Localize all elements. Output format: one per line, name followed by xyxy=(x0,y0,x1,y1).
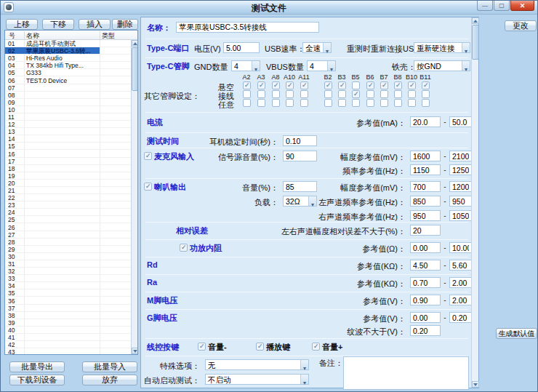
list-row[interactable]: 35 xyxy=(5,289,131,297)
m-pin-max-input[interactable] xyxy=(449,295,472,305)
list-row[interactable]: 26 xyxy=(5,224,131,231)
list-row[interactable]: 23 xyxy=(5,201,131,209)
scrollbar-thumb[interactable] xyxy=(132,47,138,91)
speaker-volume-input[interactable] xyxy=(283,181,317,192)
list-row[interactable]: 24 xyxy=(5,209,131,216)
pin-checkbox-A8-任意[interactable] xyxy=(272,99,280,107)
list-row[interactable]: 42 xyxy=(5,341,131,348)
batch-export-button[interactable]: 批量导出 xyxy=(9,361,65,372)
pin-checkbox-A2-任意[interactable] xyxy=(243,99,251,107)
usb-speed-select[interactable]: 全速 xyxy=(302,42,332,53)
ripple-input[interactable] xyxy=(410,325,441,336)
pin-checkbox-A11-接线[interactable] xyxy=(300,90,308,98)
list-row[interactable]: 05G333 xyxy=(5,69,131,76)
list-row[interactable]: 18 xyxy=(5,165,131,172)
scroll-up-icon[interactable] xyxy=(132,40,138,47)
pin-checkbox-B7-接线[interactable] xyxy=(380,90,388,98)
pin-checkbox-B3-任意[interactable] xyxy=(338,99,346,107)
list-row[interactable]: 32 xyxy=(5,268,131,275)
pin-checkbox-B11-任意[interactable] xyxy=(422,99,430,107)
ra-min-input[interactable] xyxy=(410,277,441,288)
list-row[interactable]: 31 xyxy=(5,260,131,268)
move-down-button[interactable]: 下移 xyxy=(42,19,74,30)
g-pin-max-input[interactable] xyxy=(449,312,472,323)
pin-checkbox-A11-悬空[interactable] xyxy=(300,81,308,89)
pin-checkbox-A3-悬空[interactable] xyxy=(257,81,265,89)
ra-max-input[interactable] xyxy=(449,277,472,288)
pin-checkbox-B2-任意[interactable] xyxy=(324,99,332,107)
speaker-amp-max-input[interactable] xyxy=(449,181,472,192)
rd-max-input[interactable] xyxy=(449,260,472,271)
list-row[interactable]: 09 xyxy=(5,99,131,106)
pin-checkbox-A2-悬空[interactable] xyxy=(243,81,251,89)
rd-min-input[interactable] xyxy=(410,260,441,271)
pin-checkbox-A10-悬空[interactable] xyxy=(286,81,294,89)
list-row[interactable]: 12 xyxy=(5,121,131,128)
move-up-button[interactable]: 上移 xyxy=(6,19,38,30)
left-freq-max-input[interactable] xyxy=(449,196,472,207)
speaker-amp-min-input[interactable] xyxy=(410,181,441,192)
current-min-input[interactable] xyxy=(410,116,441,127)
pin-checkbox-A10-接线[interactable] xyxy=(286,90,294,98)
stable-time-input[interactable] xyxy=(283,135,317,146)
pin-checkbox-B2-悬空[interactable] xyxy=(324,81,332,89)
rel-error-input[interactable] xyxy=(410,225,441,236)
pin-checkbox-B3-接线[interactable] xyxy=(338,90,346,98)
scrollbar-thumb[interactable] xyxy=(472,25,479,60)
list-row[interactable]: 41 xyxy=(5,334,131,341)
pin-checkbox-B10-任意[interactable] xyxy=(408,99,416,107)
list-row[interactable]: 38 xyxy=(5,312,131,319)
gnd-count-select[interactable]: 4 xyxy=(231,60,260,71)
list-row[interactable]: 08 xyxy=(5,92,131,99)
special-option-select[interactable]: 无 xyxy=(205,359,309,370)
remark-textarea[interactable] xyxy=(343,356,469,390)
insert-button[interactable]: 插入 xyxy=(79,19,111,30)
batch-import-button[interactable]: 批量导入 xyxy=(82,361,137,372)
g-pin-min-input[interactable] xyxy=(410,312,441,323)
list-row[interactable]: 11 xyxy=(5,113,131,121)
list-row[interactable]: 21 xyxy=(5,187,131,194)
pin-checkbox-B11-接线[interactable] xyxy=(422,90,430,98)
pin-checkbox-A3-任意[interactable] xyxy=(257,99,265,107)
pin-checkbox-A8-悬空[interactable] xyxy=(272,81,280,89)
list-row[interactable]: 16 xyxy=(5,151,131,158)
name-input[interactable] xyxy=(176,22,319,33)
discard-button[interactable]: 放弃 xyxy=(82,375,137,385)
pin-checkbox-B6-接线[interactable] xyxy=(366,90,374,98)
scroll-down-icon[interactable] xyxy=(472,381,479,388)
list-row[interactable]: 37 xyxy=(5,305,131,312)
generate-default-button[interactable]: 生成默认值 xyxy=(496,328,537,339)
amp-res-min-input[interactable] xyxy=(410,242,441,253)
reconnect-select[interactable]: 重新硬连接 xyxy=(414,42,470,53)
pin-checkbox-A2-接线[interactable] xyxy=(243,90,251,98)
list-row[interactable]: 36 xyxy=(5,297,131,305)
mic-amp-min-input[interactable] xyxy=(410,151,441,161)
list-row[interactable]: 07 xyxy=(5,84,131,92)
pin-checkbox-B8-接线[interactable] xyxy=(394,90,402,98)
list-row[interactable]: 29 xyxy=(5,246,131,253)
speaker-output-checkbox[interactable] xyxy=(144,183,152,191)
autostart-select[interactable]: 不启动 xyxy=(205,374,309,385)
list-row[interactable]: 33 xyxy=(5,275,131,282)
amp-res-checkbox[interactable] xyxy=(180,244,188,252)
list-row[interactable]: 30 xyxy=(5,253,131,260)
pin-checkbox-B6-任意[interactable] xyxy=(366,99,374,107)
mic-volume-input[interactable] xyxy=(283,151,317,161)
list-row[interactable]: 13 xyxy=(5,128,131,135)
voltage-input[interactable] xyxy=(223,42,260,53)
list-row[interactable]: 43 xyxy=(5,348,131,354)
list-row[interactable]: 06TEST.0 Device xyxy=(5,77,131,84)
list-row[interactable]: 34 xyxy=(5,282,131,289)
list-row[interactable]: 19 xyxy=(5,172,131,180)
mic-amp-max-input[interactable] xyxy=(449,151,472,161)
vol-minus-checkbox[interactable] xyxy=(198,343,206,351)
form-scrollbar[interactable] xyxy=(471,17,478,388)
left-freq-min-input[interactable] xyxy=(410,196,441,207)
list-row[interactable]: 14 xyxy=(5,135,131,143)
right-freq-max-input[interactable] xyxy=(449,210,472,221)
list-row[interactable]: 25 xyxy=(5,216,131,223)
pin-checkbox-B10-接线[interactable] xyxy=(408,90,416,98)
list-row[interactable]: 01成品耳机手动测试 xyxy=(5,40,131,47)
list-row[interactable]: 27 xyxy=(5,231,131,239)
mic-freq-min-input[interactable] xyxy=(410,164,441,175)
